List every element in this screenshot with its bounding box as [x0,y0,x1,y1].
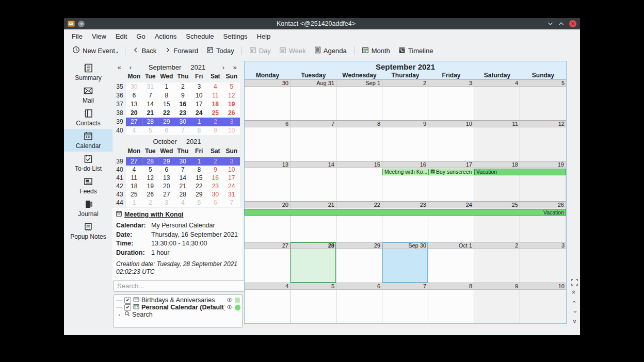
minicalendar-day[interactable]: 3 [223,118,240,126]
menu-item-schedule[interactable]: Schedule [181,31,218,42]
minicalendar-day[interactable]: 1 [126,199,142,207]
month-name-button[interactable]: September [144,63,186,71]
month-day-cell[interactable]: 8 [336,121,382,161]
minicalendar-day[interactable]: 27 [158,190,175,199]
minicalendar-day[interactable]: 1 [158,83,175,91]
minicalendar-day[interactable]: 31 [223,190,240,199]
minicalendar-day[interactable]: 9 [207,166,224,174]
year-button[interactable]: 2021 [182,138,206,145]
minicalendar-day[interactable]: 15 [158,100,175,109]
back-button[interactable]: Back [128,45,160,57]
minicalendar-day[interactable]: 21 [142,109,159,118]
month-day-cell[interactable]: 29 [336,242,382,283]
calendar-checkbox[interactable]: ✔ [124,297,131,304]
sidebar-item-calendar[interactable]: Calendar [64,129,112,152]
month-day-cell[interactable]: 18 [474,161,520,202]
minicalendar-day[interactable]: 13 [126,100,142,109]
previous-month-button[interactable]: ‹ [125,63,136,71]
minicalendar-day[interactable]: 14 [142,100,159,109]
menu-item-go[interactable]: Go [132,31,150,42]
month-day-cell[interactable]: 6 [336,283,382,323]
month-day-cell[interactable]: 5 [291,283,336,323]
month-day-cell[interactable]: 3 [428,80,474,120]
sidebar-item-journal[interactable]: Journal [64,197,112,220]
month-day-cell[interactable]: Aug 31 [291,80,336,120]
sidebar-item-summary[interactable]: Summary [64,61,112,84]
month-day-cell[interactable]: 23 [382,202,428,242]
month-day-cell[interactable]: 4 [474,80,520,120]
minicalendar-day[interactable]: 16 [175,100,191,109]
minicalendar-day[interactable]: 28 [142,118,159,126]
minicalendar-day[interactable]: 8 [191,126,207,135]
minicalendar-day[interactable]: 4 [175,199,191,207]
minicalendar-day[interactable]: 5 [223,83,240,91]
chevron-up-icon[interactable]: ‹ [573,298,575,305]
minicalendar-day[interactable]: 21 [175,182,191,190]
calendar-list-item[interactable]: ✔Personal Calendar (Default) [114,304,242,311]
double-chevron-down-icon[interactable]: « [572,318,576,325]
minicalendar-day[interactable]: 10 [223,166,240,174]
minicalendar-day[interactable]: 7 [223,199,240,207]
month-day-cell[interactable]: 7 [382,283,428,323]
chevron-down-icon[interactable]: ‹ [573,308,575,315]
week-number[interactable]: 40 [114,126,126,135]
event-bar[interactable]: Vacation [474,169,566,175]
search-input[interactable] [114,280,247,292]
minicalendar-day[interactable]: 7 [175,166,191,174]
minicalendar-day[interactable]: 13 [158,174,175,182]
month-day-cell[interactable]: 14 [291,161,336,202]
minicalendar-day[interactable]: 28 [142,157,159,166]
titlebar-applet-button[interactable] [78,21,85,27]
sidebar-item-contacts[interactable]: Contacts [64,106,112,129]
minicalendar-day[interactable]: 5 [191,199,207,207]
minicalendar-day[interactable]: 3 [158,199,175,207]
minicalendar-day[interactable]: 25 [126,190,142,199]
minicalendar-day[interactable]: 2 [207,157,224,166]
minicalendar-day[interactable]: 27 [126,118,142,126]
sidebar-item-to-do-list[interactable]: To-do List [64,152,112,174]
minicalendar-day[interactable]: 5 [142,126,159,135]
week-number[interactable]: 43 [114,190,126,199]
minicalendar-day[interactable]: 12 [142,174,159,182]
minicalendar-day[interactable]: 9 [207,126,224,135]
month-day-cell[interactable]: 8 [428,283,474,323]
calendar-list-item[interactable]: ✔Birthdays & Anniversaries [114,297,242,304]
minicalendar-day[interactable]: 9 [175,91,191,100]
minicalendar-day[interactable]: 7 [175,126,191,135]
month-day-cell[interactable]: 21 [291,202,336,242]
fit-view-icon[interactable] [571,278,578,286]
menu-item-view[interactable]: View [87,31,111,42]
month-day-cell[interactable]: 10 [428,121,474,161]
forward-button[interactable]: Forward [160,45,202,57]
minicalendar-day[interactable]: 27 [126,157,142,166]
week-number[interactable]: 39 [114,118,126,126]
month-day-cell[interactable]: 2 [474,242,520,283]
month-day-cell[interactable]: 25 [474,202,520,242]
minicalendar-day[interactable]: 18 [126,182,142,190]
minicalendar-day[interactable]: 8 [158,91,175,100]
minicalendar-day[interactable]: 4 [126,166,142,174]
previous-year-button[interactable]: « [114,63,125,71]
event-bar[interactable]: Buy sunscreen [428,169,474,175]
minicalendar-day[interactable]: 30 [126,83,142,91]
minicalendar-day[interactable]: 29 [158,157,175,166]
calendar-list-item[interactable]: ›Search [114,311,242,318]
event-bar[interactable]: Meeting with Ko... [382,169,428,175]
month-day-cell[interactable]: 13 [245,161,291,202]
agenda-button[interactable]: Agenda [310,44,351,57]
sidebar-item-popup-notes[interactable]: Popup Notes [64,220,112,242]
month-day-cell[interactable]: 5 [520,80,566,120]
month-name-button[interactable]: October [148,138,181,145]
minicalendar-day[interactable]: 4 [207,83,224,91]
menu-item-edit[interactable]: Edit [111,31,132,42]
minicalendar-day[interactable]: 14 [175,174,191,182]
timeline-button[interactable]: Timeline [394,44,438,57]
minicalendar-day[interactable]: 8 [191,166,207,174]
minicalendar-day[interactable]: 30 [175,157,191,166]
minicalendar-day[interactable]: 25 [207,109,224,118]
month-day-cell[interactable]: 12 [520,121,566,161]
double-chevron-up-icon[interactable]: « [572,288,576,295]
month-day-cell[interactable]: 30 [245,80,291,120]
minicalendar-day[interactable]: 20 [158,182,175,190]
week-number[interactable]: 36 [114,91,126,100]
